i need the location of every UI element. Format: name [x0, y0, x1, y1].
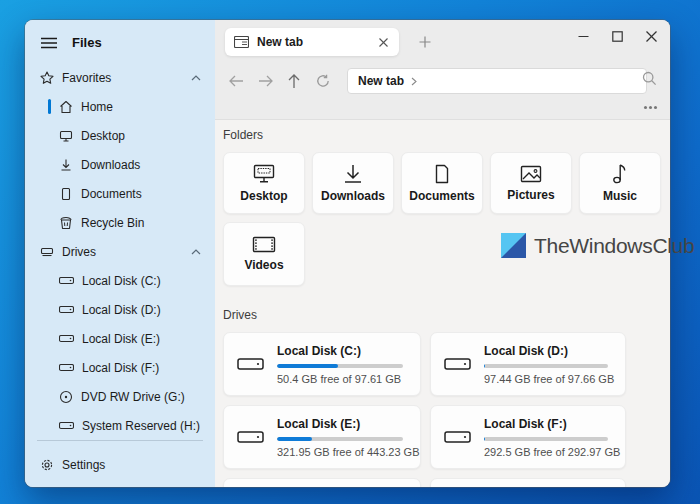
sidebar-item-label: Local Disk (D:) — [82, 303, 161, 317]
folder-tile-videos[interactable]: Videos — [223, 222, 305, 286]
sidebar-item-label: DVD RW Drive (G:) — [81, 390, 185, 404]
hard-drive-icon — [237, 357, 264, 371]
close-button[interactable] — [644, 29, 658, 43]
hard-drive-icon — [59, 305, 74, 314]
chevron-right-icon[interactable] — [411, 77, 417, 86]
new-tab-button[interactable] — [416, 33, 434, 51]
minimize-button[interactable] — [576, 29, 590, 43]
sidebar-item-label: Recycle Bin — [81, 216, 144, 230]
folder-tile-label: Desktop — [240, 189, 287, 203]
address-bar[interactable]: New tab — [347, 68, 647, 94]
sidebar-item-label: Local Disk (C:) — [82, 274, 161, 288]
chevron-up-icon[interactable] — [191, 249, 201, 255]
folder-tile-documents[interactable]: Documents — [401, 152, 483, 214]
sidebar-item-label: System Reserved (H:) — [82, 419, 200, 433]
tab-label: New tab — [257, 35, 303, 49]
refresh-button[interactable] — [312, 70, 334, 92]
folder-tile-downloads[interactable]: Downloads — [312, 152, 394, 214]
drive-usage-bar — [484, 437, 608, 441]
app-header: New tab — [215, 20, 670, 120]
drive-name: Local Disk (F:) — [484, 417, 612, 431]
recycle-bin-icon — [59, 216, 73, 230]
hamburger-menu-icon[interactable] — [41, 37, 57, 49]
sidebar-section-favorites[interactable]: Favorites — [25, 63, 215, 92]
sidebar-item-label: Downloads — [81, 158, 140, 172]
tab-page-icon — [234, 36, 249, 48]
sidebar-item-recycle-bin[interactable]: Recycle Bin — [25, 208, 215, 237]
folder-tile-music[interactable]: Music — [579, 152, 661, 214]
tab-close-icon[interactable] — [377, 36, 390, 49]
back-button[interactable] — [225, 70, 247, 92]
hard-drive-icon — [444, 357, 471, 371]
sidebar-item-home[interactable]: Home — [25, 92, 215, 121]
tab-new-tab[interactable]: New tab — [225, 28, 399, 56]
drive-free-space: 321.95 GB free of 443.23 GB — [277, 446, 407, 458]
folder-tiles-row-1: Desktop Downloads Documents — [223, 152, 670, 214]
sidebar-item-documents[interactable]: Documents — [25, 179, 215, 208]
sidebar-item-dvd-drive-g[interactable]: DVD RW Drive (G:) — [25, 382, 215, 411]
sidebar-section-label: Favorites — [62, 71, 111, 85]
drive-card-c[interactable]: Local Disk (C:) 50.4 GB free of 97.61 GB — [223, 332, 421, 396]
drive-usage-bar — [277, 364, 403, 368]
sidebar-item-local-disk-e[interactable]: Local Disk (E:) — [25, 324, 215, 353]
hard-drive-icon — [237, 430, 264, 444]
watermark: TheWindowsClub — [501, 233, 694, 258]
disc-icon — [59, 390, 73, 404]
selection-indicator — [48, 99, 51, 114]
drive-free-space: 292.5 GB free of 292.97 GB — [484, 446, 612, 458]
breadcrumb[interactable]: New tab — [358, 74, 404, 88]
sidebar-item-label: Local Disk (E:) — [82, 332, 160, 346]
folder-tile-desktop[interactable]: Desktop — [223, 152, 305, 214]
film-icon — [252, 236, 276, 253]
folder-tile-label: Downloads — [321, 189, 385, 203]
chevron-up-icon[interactable] — [191, 75, 201, 81]
sidebar-item-local-disk-f[interactable]: Local Disk (F:) — [25, 353, 215, 382]
sidebar-section-label: Drives — [62, 245, 96, 259]
sidebar-item-local-disk-d[interactable]: Local Disk (D:) — [25, 295, 215, 324]
drive-card-d[interactable]: Local Disk (D:) 97.44 GB free of 97.66 G… — [430, 332, 626, 396]
desktop-icon — [59, 129, 73, 143]
drive-cards: Local Disk (C:) 50.4 GB free of 97.61 GB… — [223, 332, 670, 487]
home-page: Folders Desktop Downloads — [215, 120, 670, 487]
up-button[interactable] — [283, 70, 305, 92]
sidebar-section-drives[interactable]: Drives — [25, 237, 215, 266]
drive-free-space: 97.44 GB free of 97.66 GB — [484, 373, 612, 385]
sidebar-item-label: Settings — [62, 458, 105, 472]
drive-name: Local Disk (C:) — [277, 344, 407, 358]
sidebar-item-local-disk-c[interactable]: Local Disk (C:) — [25, 266, 215, 295]
forward-button[interactable] — [254, 70, 276, 92]
sidebar-item-settings[interactable]: Settings — [25, 449, 215, 481]
sidebar-item-system-reserved-h[interactable]: System Reserved (H:) — [25, 411, 215, 440]
drive-card-partial[interactable] — [223, 478, 421, 487]
window-controls — [576, 28, 658, 44]
sidebar-item-label: Home — [81, 100, 113, 114]
hard-drive-icon — [59, 363, 74, 372]
picture-icon — [520, 165, 542, 183]
maximize-button[interactable] — [610, 29, 624, 43]
drive-card-partial[interactable] — [430, 478, 626, 487]
home-icon — [59, 100, 73, 114]
drive-name: Local Disk (E:) — [277, 417, 407, 431]
sidebar-divider — [37, 440, 203, 441]
hard-drive-icon — [59, 334, 74, 343]
more-options-icon[interactable] — [644, 106, 657, 109]
drive-card-f[interactable]: Local Disk (F:) 292.5 GB free of 292.97 … — [430, 405, 626, 469]
folders-section-header: Folders — [223, 128, 670, 142]
hard-drive-icon — [444, 430, 471, 444]
sidebar-item-desktop[interactable]: Desktop — [25, 121, 215, 150]
drives-section-header: Drives — [223, 308, 670, 322]
thewindowsclub-logo — [501, 233, 526, 258]
folder-tile-pictures[interactable]: Pictures — [490, 152, 572, 214]
sidebar-item-label: Desktop — [81, 129, 125, 143]
search-icon[interactable] — [642, 71, 657, 86]
sidebar-item-downloads[interactable]: Downloads — [25, 150, 215, 179]
drive-card-e[interactable]: Local Disk (E:) 321.95 GB free of 443.23… — [223, 405, 421, 469]
sidebar: Files Favorites Home — [25, 20, 215, 487]
gear-icon — [40, 458, 54, 472]
desktop-icon — [252, 164, 276, 184]
drive-usage-bar — [484, 364, 608, 368]
drive-name: Local Disk (D:) — [484, 344, 612, 358]
folder-tile-label: Pictures — [507, 188, 554, 202]
drive-free-space: 50.4 GB free of 97.61 GB — [277, 373, 407, 385]
hard-drive-icon — [59, 276, 74, 285]
